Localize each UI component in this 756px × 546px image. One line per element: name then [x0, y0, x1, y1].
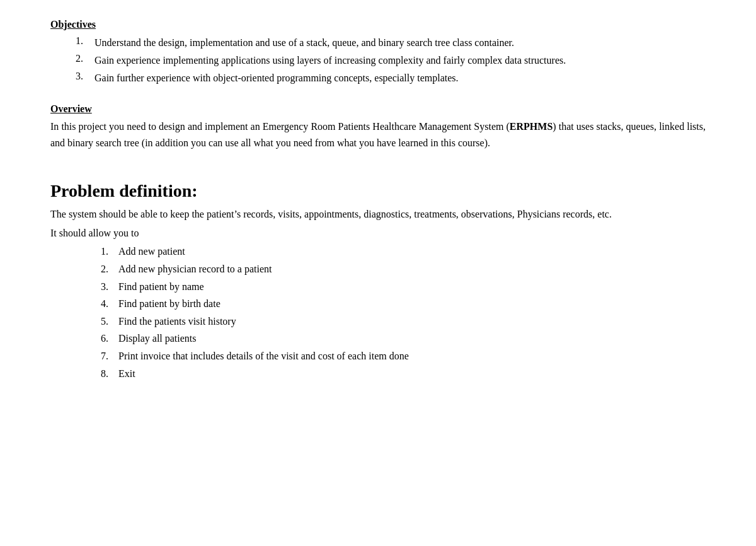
problem-heading: Problem definition: — [50, 181, 706, 201]
list-content: Understand the design, implementation an… — [94, 35, 706, 50]
objectives-list: 1. Understand the design, implementation… — [76, 35, 706, 86]
overview-text-part1: In this project you need to design and i… — [50, 121, 510, 132]
list-number: 6. — [101, 330, 118, 347]
list-content: Print invoice that includes details of t… — [118, 348, 409, 364]
problem-description-line2: It should allow you to — [50, 225, 706, 241]
list-item: 7. Print invoice that includes details o… — [101, 348, 706, 364]
list-item: 3. Gain further experience with object-o… — [76, 71, 706, 86]
list-item: 4. Find patient by birth date — [101, 296, 706, 312]
list-number: 1. — [76, 35, 94, 47]
objectives-section: Objectives 1. Understand the design, imp… — [50, 19, 706, 86]
list-content: Gain experience implementing application… — [94, 53, 706, 68]
list-content: Add new patient — [118, 243, 185, 260]
list-item: 6. Display all patients — [101, 330, 706, 347]
list-number: 2. — [76, 53, 94, 64]
list-number: 8. — [101, 366, 118, 382]
list-number: 4. — [101, 296, 118, 312]
overview-text: In this project you need to design and i… — [50, 119, 706, 151]
list-content: Find the patients visit history — [118, 313, 236, 330]
list-content: Find patient by birth date — [118, 296, 220, 312]
list-number: 2. — [101, 261, 118, 277]
list-number: 1. — [101, 243, 118, 260]
list-content: Display all patients — [118, 330, 197, 347]
list-item: 2. Gain experience implementing applicat… — [76, 53, 706, 68]
list-content: Exit — [118, 366, 135, 382]
erphms-label: ERPHMS — [510, 121, 553, 132]
list-number: 3. — [101, 279, 118, 295]
list-content: Gain further experience with object-orie… — [94, 71, 706, 86]
objectives-heading: Objectives — [50, 19, 706, 30]
overview-heading: Overview — [50, 103, 706, 115]
list-number: 5. — [101, 313, 118, 330]
problem-list: 1. Add new patient 2. Add new physician … — [101, 243, 706, 381]
list-item: 8. Exit — [101, 366, 706, 382]
problem-description-line1: The system should be able to keep the pa… — [50, 206, 706, 223]
overview-section: Overview In this project you need to des… — [50, 103, 706, 151]
list-number: 3. — [76, 71, 94, 82]
list-content: Add new physician record to a patient — [118, 261, 272, 277]
list-item: 5. Find the patients visit history — [101, 313, 706, 330]
problem-section: Problem definition: The system should be… — [50, 181, 706, 381]
list-item: 1. Add new patient — [101, 243, 706, 260]
problem-heading-colon: : — [192, 181, 197, 200]
list-item: 1. Understand the design, implementation… — [76, 35, 706, 50]
list-item: 2. Add new physician record to a patient — [101, 261, 706, 277]
problem-heading-text: Problem definition — [50, 181, 192, 200]
list-content: Find patient by name — [118, 279, 204, 295]
list-item: 3. Find patient by name — [101, 279, 706, 295]
list-number: 7. — [101, 348, 118, 364]
